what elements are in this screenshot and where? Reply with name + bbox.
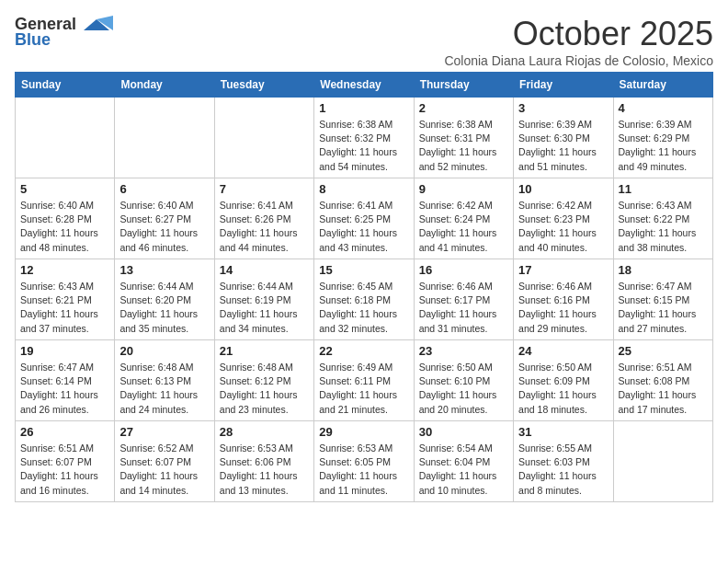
day-number: 13 [119,263,209,277]
day-number: 8 [319,182,408,196]
day-info: Sunrise: 6:42 AM Sunset: 6:23 PM Dayligh… [518,199,608,255]
day-info: Sunrise: 6:47 AM Sunset: 6:15 PM Dayligh… [619,280,708,336]
day-cell: 9Sunrise: 6:42 AM Sunset: 6:24 PM Daylig… [414,178,513,259]
day-info: Sunrise: 6:41 AM Sunset: 6:26 PM Dayligh… [220,199,309,255]
day-number: 2 [419,101,508,115]
page-header: General Blue October 2025 Colonia Diana … [15,15,713,68]
day-cell [613,421,712,502]
day-number: 30 [419,425,508,439]
month-title: October 2025 [444,15,713,53]
day-cell: 14Sunrise: 6:44 AM Sunset: 6:19 PM Dayli… [214,259,313,340]
day-info: Sunrise: 6:46 AM Sunset: 6:17 PM Dayligh… [419,280,508,336]
day-number: 21 [220,344,309,358]
day-cell: 28Sunrise: 6:53 AM Sunset: 6:06 PM Dayli… [214,421,313,502]
day-number: 12 [20,263,109,277]
day-cell: 6Sunrise: 6:40 AM Sunset: 6:27 PM Daylig… [115,178,214,259]
day-number: 20 [119,344,209,358]
day-number: 22 [319,344,408,358]
day-number: 23 [419,344,508,358]
day-cell: 23Sunrise: 6:50 AM Sunset: 6:10 PM Dayli… [414,340,513,421]
header-cell-sunday: Sunday [16,73,115,98]
week-row-0: 1Sunrise: 6:38 AM Sunset: 6:32 PM Daylig… [16,98,713,178]
day-number: 11 [619,182,708,196]
day-number: 14 [220,263,309,277]
day-number: 24 [518,344,608,358]
day-info: Sunrise: 6:53 AM Sunset: 6:05 PM Dayligh… [319,442,408,498]
day-number: 9 [419,182,508,196]
location-title: Colonia Diana Laura Riojas de Colosio, M… [444,53,713,68]
day-number: 16 [419,263,508,277]
day-cell: 8Sunrise: 6:41 AM Sunset: 6:25 PM Daylig… [314,178,414,259]
day-info: Sunrise: 6:46 AM Sunset: 6:16 PM Dayligh… [518,280,608,336]
day-cell: 30Sunrise: 6:54 AM Sunset: 6:04 PM Dayli… [414,421,513,502]
day-cell: 5Sunrise: 6:40 AM Sunset: 6:28 PM Daylig… [16,178,115,259]
week-row-3: 19Sunrise: 6:47 AM Sunset: 6:14 PM Dayli… [16,340,713,421]
calendar-header: SundayMondayTuesdayWednesdayThursdayFrid… [16,73,713,98]
header-cell-friday: Friday [514,73,613,98]
header-cell-monday: Monday [115,73,214,98]
day-info: Sunrise: 6:51 AM Sunset: 6:07 PM Dayligh… [20,442,109,498]
day-cell: 29Sunrise: 6:53 AM Sunset: 6:05 PM Dayli… [314,421,414,502]
calendar-body: 1Sunrise: 6:38 AM Sunset: 6:32 PM Daylig… [16,98,713,502]
day-number: 19 [20,344,109,358]
day-cell: 22Sunrise: 6:49 AM Sunset: 6:11 PM Dayli… [314,340,414,421]
day-info: Sunrise: 6:39 AM Sunset: 6:29 PM Dayligh… [619,118,708,174]
day-cell: 15Sunrise: 6:45 AM Sunset: 6:18 PM Dayli… [314,259,414,340]
day-info: Sunrise: 6:44 AM Sunset: 6:19 PM Dayligh… [220,280,309,336]
day-info: Sunrise: 6:38 AM Sunset: 6:31 PM Dayligh… [419,118,508,174]
day-cell: 11Sunrise: 6:43 AM Sunset: 6:22 PM Dayli… [613,178,712,259]
header-cell-tuesday: Tuesday [214,73,313,98]
day-info: Sunrise: 6:50 AM Sunset: 6:10 PM Dayligh… [419,361,508,417]
day-number: 7 [220,182,309,196]
logo-blue-text: Blue [15,30,51,50]
day-cell: 18Sunrise: 6:47 AM Sunset: 6:15 PM Dayli… [613,259,712,340]
day-info: Sunrise: 6:49 AM Sunset: 6:11 PM Dayligh… [319,361,408,417]
day-cell: 3Sunrise: 6:39 AM Sunset: 6:30 PM Daylig… [514,98,613,178]
day-info: Sunrise: 6:48 AM Sunset: 6:13 PM Dayligh… [119,361,209,417]
day-number: 15 [319,263,408,277]
day-info: Sunrise: 6:48 AM Sunset: 6:12 PM Dayligh… [220,361,309,417]
day-number: 25 [619,344,708,358]
day-info: Sunrise: 6:43 AM Sunset: 6:22 PM Dayligh… [619,199,708,255]
day-cell: 21Sunrise: 6:48 AM Sunset: 6:12 PM Dayli… [214,340,313,421]
header-cell-thursday: Thursday [414,73,513,98]
day-info: Sunrise: 6:43 AM Sunset: 6:21 PM Dayligh… [20,280,109,336]
day-cell: 12Sunrise: 6:43 AM Sunset: 6:21 PM Dayli… [16,259,115,340]
day-number: 5 [20,182,109,196]
day-number: 6 [119,182,209,196]
day-cell: 13Sunrise: 6:44 AM Sunset: 6:20 PM Dayli… [115,259,214,340]
day-cell: 7Sunrise: 6:41 AM Sunset: 6:26 PM Daylig… [214,178,313,259]
day-cell: 2Sunrise: 6:38 AM Sunset: 6:31 PM Daylig… [414,98,513,178]
week-row-2: 12Sunrise: 6:43 AM Sunset: 6:21 PM Dayli… [16,259,713,340]
day-info: Sunrise: 6:44 AM Sunset: 6:20 PM Dayligh… [119,280,209,336]
day-number: 18 [619,263,708,277]
day-number: 27 [119,425,209,439]
day-cell: 19Sunrise: 6:47 AM Sunset: 6:14 PM Dayli… [16,340,115,421]
day-cell: 24Sunrise: 6:50 AM Sunset: 6:09 PM Dayli… [514,340,613,421]
day-number: 28 [220,425,309,439]
day-cell: 17Sunrise: 6:46 AM Sunset: 6:16 PM Dayli… [514,259,613,340]
day-info: Sunrise: 6:54 AM Sunset: 6:04 PM Dayligh… [419,442,508,498]
day-cell: 16Sunrise: 6:46 AM Sunset: 6:17 PM Dayli… [414,259,513,340]
calendar-table: SundayMondayTuesdayWednesdayThursdayFrid… [15,72,713,502]
day-number: 4 [619,101,708,115]
day-info: Sunrise: 6:41 AM Sunset: 6:25 PM Dayligh… [319,199,408,255]
day-cell: 25Sunrise: 6:51 AM Sunset: 6:08 PM Dayli… [613,340,712,421]
day-number: 26 [20,425,109,439]
header-cell-wednesday: Wednesday [314,73,414,98]
day-cell [214,98,313,178]
day-info: Sunrise: 6:50 AM Sunset: 6:09 PM Dayligh… [518,361,608,417]
day-info: Sunrise: 6:52 AM Sunset: 6:07 PM Dayligh… [119,442,209,498]
day-cell: 10Sunrise: 6:42 AM Sunset: 6:23 PM Dayli… [514,178,613,259]
day-info: Sunrise: 6:55 AM Sunset: 6:03 PM Dayligh… [518,442,608,498]
day-info: Sunrise: 6:53 AM Sunset: 6:06 PM Dayligh… [220,442,309,498]
day-number: 31 [518,425,608,439]
day-cell: 26Sunrise: 6:51 AM Sunset: 6:07 PM Dayli… [16,421,115,502]
day-info: Sunrise: 6:42 AM Sunset: 6:24 PM Dayligh… [419,199,508,255]
day-info: Sunrise: 6:38 AM Sunset: 6:32 PM Dayligh… [319,118,408,174]
day-cell: 1Sunrise: 6:38 AM Sunset: 6:32 PM Daylig… [314,98,414,178]
day-info: Sunrise: 6:40 AM Sunset: 6:28 PM Dayligh… [20,199,109,255]
logo: General Blue [15,15,113,50]
header-row: SundayMondayTuesdayWednesdayThursdayFrid… [16,73,713,98]
day-cell: 20Sunrise: 6:48 AM Sunset: 6:13 PM Dayli… [115,340,214,421]
